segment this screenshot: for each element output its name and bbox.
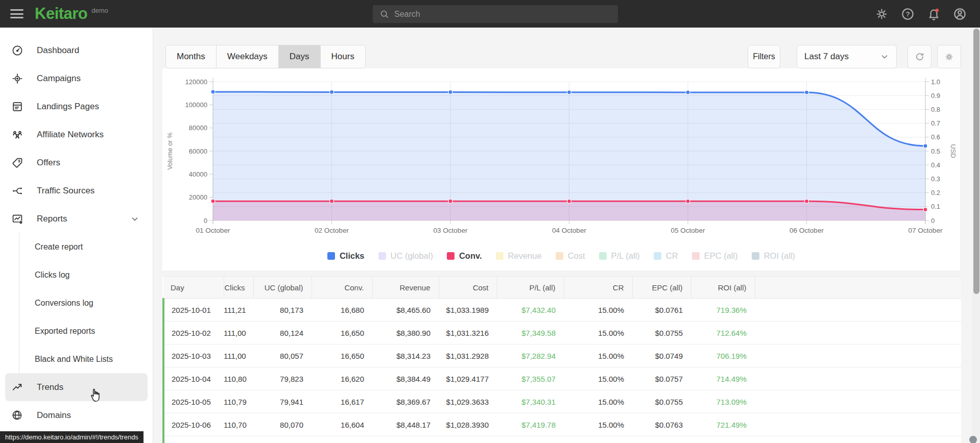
svg-text:0.3: 0.3 — [931, 175, 940, 183]
tab-hours[interactable]: Hours — [320, 45, 365, 68]
cell-revenue: $8,465.60 — [372, 299, 439, 322]
legend-item-clicks[interactable]: Clicks — [327, 251, 365, 261]
sidebar-item-traffic-sources[interactable]: Traffic Sources — [0, 177, 153, 205]
sidebar-item-label: Affiliate Networks — [37, 130, 104, 140]
legend-swatch — [496, 252, 504, 260]
column-header-cost[interactable]: Cost — [439, 277, 497, 299]
table-row[interactable]: 2025-10-04110,8079,82316,620$8,384.49$1,… — [163, 367, 961, 390]
sidebar-item-trends[interactable]: Trends — [5, 373, 148, 401]
trends-icon — [11, 381, 23, 393]
legend-swatch — [599, 252, 607, 260]
table-row[interactable]: 2025-10-0764,4644,4579,446$4,829.34$517.… — [163, 436, 961, 443]
menu-toggle-icon[interactable] — [10, 9, 23, 18]
legend-item-p-l-all[interactable]: P/L (all) — [599, 251, 640, 261]
legend-item-epc-all[interactable]: EPC (all) — [692, 251, 738, 261]
page-scrollbar-thumb[interactable] — [973, 29, 979, 294]
sidebar-item-affiliate-networks[interactable]: Affiliate Networks — [0, 120, 153, 149]
cell-p-l-all: $7,340.31 — [497, 390, 564, 413]
sidebar-item-create-report[interactable]: Create report — [0, 233, 153, 261]
table-row[interactable]: 2025-10-03111,0080,05716,650$8,314.23$1,… — [163, 344, 961, 367]
cell-roi-all: 714.49% — [691, 367, 755, 390]
refresh-button[interactable] — [907, 45, 931, 68]
table-row[interactable]: 2025-10-01111,2180,17316,680$8,465.60$1,… — [163, 299, 961, 322]
cell-clicks: 110,79 — [224, 390, 253, 413]
column-header-revenue[interactable]: Revenue — [372, 277, 439, 299]
search-bar[interactable] — [373, 5, 618, 23]
cell-conv: 16,650 — [312, 322, 372, 344]
cell-uc-global: 80,173 — [253, 299, 312, 322]
sidebar-item-reports[interactable]: Reports — [0, 205, 153, 233]
column-header-day[interactable]: Day — [163, 277, 224, 299]
cell-revenue: $4,829.34 — [372, 436, 439, 443]
settings-gear-icon[interactable] — [874, 7, 889, 21]
notifications-bell-icon[interactable] — [926, 7, 941, 21]
column-header-epc-all[interactable]: EPC (all) — [632, 277, 691, 299]
legend-item-revenue[interactable]: Revenue — [496, 251, 542, 261]
table-row[interactable]: 2025-10-02111,0080,12416,650$8,380.90$1,… — [163, 322, 961, 344]
filters-button[interactable]: Filters — [748, 45, 780, 68]
tab-months[interactable]: Months — [166, 45, 216, 68]
chevron-down-icon — [880, 52, 889, 61]
cell-filler — [755, 322, 961, 344]
table-row[interactable]: 2025-10-05110,7979,94116,617$8,369.67$1,… — [163, 390, 961, 413]
svg-text:0: 0 — [931, 217, 935, 225]
user-account-icon[interactable] — [952, 7, 967, 21]
date-range-select[interactable]: Last 7 days — [797, 45, 897, 68]
cell-uc-global: 80,070 — [253, 413, 312, 436]
svg-text:40000: 40000 — [189, 170, 207, 178]
tab-days[interactable]: Days — [278, 45, 320, 68]
cell-conv: 16,620 — [312, 367, 372, 390]
search-input[interactable] — [394, 10, 618, 19]
help-icon[interactable]: ? — [900, 7, 915, 21]
trends-chart: 02000040000600008000010000012000000.10.2… — [162, 68, 960, 242]
sidebar-item-exported-reports[interactable]: Exported reports — [0, 317, 153, 345]
column-header-conv[interactable]: Conv. — [312, 277, 372, 299]
sidebar-item-black-and-white-lists[interactable]: Black and White Lists — [0, 345, 153, 373]
column-header-cr[interactable]: CR — [564, 277, 632, 299]
legend-item-uc-global[interactable]: UC (global) — [378, 251, 433, 261]
legend-item-conv[interactable]: Conv. — [447, 251, 482, 261]
sidebar-item-offers[interactable]: $Offers — [0, 149, 153, 177]
column-header-p-l-all[interactable]: P/L (all) — [497, 277, 564, 299]
sidebar-item-domains[interactable]: Domains — [0, 401, 153, 429]
sidebar-item-label: Clicks log — [35, 270, 69, 280]
cell-epc-all: $0.0757 — [632, 367, 691, 390]
legend-label: ROI (all) — [764, 251, 795, 261]
table-body: 2025-10-01111,2180,17316,680$8,465.60$1,… — [163, 299, 961, 443]
domains-icon — [11, 409, 23, 422]
sidebar-item-landings-pages[interactable]: Landings Pages — [0, 92, 153, 120]
trends-chart-panel: 02000040000600008000010000012000000.10.2… — [162, 68, 960, 270]
cell-roi-all: 712.64% — [691, 322, 755, 344]
svg-text:02 October: 02 October — [315, 227, 349, 234]
sidebar-item-label: Create report — [35, 242, 83, 252]
column-header-clicks[interactable]: Clicks — [224, 277, 253, 299]
cell-cr: 15.00% — [564, 413, 632, 436]
tab-weekdays[interactable]: Weekdays — [216, 45, 278, 68]
cell-clicks: 64,46 — [224, 436, 253, 443]
column-header-roi-all[interactable]: ROI (all) — [691, 277, 755, 299]
environment-badge: demo — [91, 7, 108, 14]
cell-conv: 16,617 — [312, 390, 372, 413]
cell-filler — [755, 390, 961, 413]
sidebar-item-campaigns[interactable]: Campaigns — [0, 64, 153, 92]
cell-filler — [755, 413, 961, 436]
svg-text:0.1: 0.1 — [931, 203, 940, 210]
table-row[interactable]: 2025-10-06110,7080,07016,604$8,448.17$1,… — [163, 413, 961, 436]
cell-cr: 15.00% — [564, 322, 632, 344]
chart-settings-button[interactable] — [937, 45, 961, 68]
column-header-uc-global[interactable]: UC (global) — [253, 277, 312, 299]
legend-item-cr[interactable]: CR — [654, 251, 678, 261]
sidebar-item-clicks-log[interactable]: Clicks log — [0, 261, 153, 289]
cell-revenue: $8,380.90 — [372, 322, 439, 344]
cell-p-l-all: $7,355.07 — [497, 367, 564, 390]
svg-text:1.0: 1.0 — [931, 78, 940, 86]
legend-item-cost[interactable]: Cost — [556, 251, 585, 261]
column-header-filler — [755, 277, 961, 299]
sidebar-item-dashboard[interactable]: Dashboard — [0, 36, 153, 64]
cell-revenue: $8,314.23 — [372, 344, 439, 367]
cell-p-l-all: $7,432.40 — [497, 299, 564, 322]
legend-item-roi-all[interactable]: ROI (all) — [752, 251, 795, 261]
sidebar-item-conversions-log[interactable]: Conversions log — [0, 289, 153, 317]
brand-logo[interactable]: Keitaro — [35, 5, 87, 23]
legend-swatch — [327, 252, 335, 260]
